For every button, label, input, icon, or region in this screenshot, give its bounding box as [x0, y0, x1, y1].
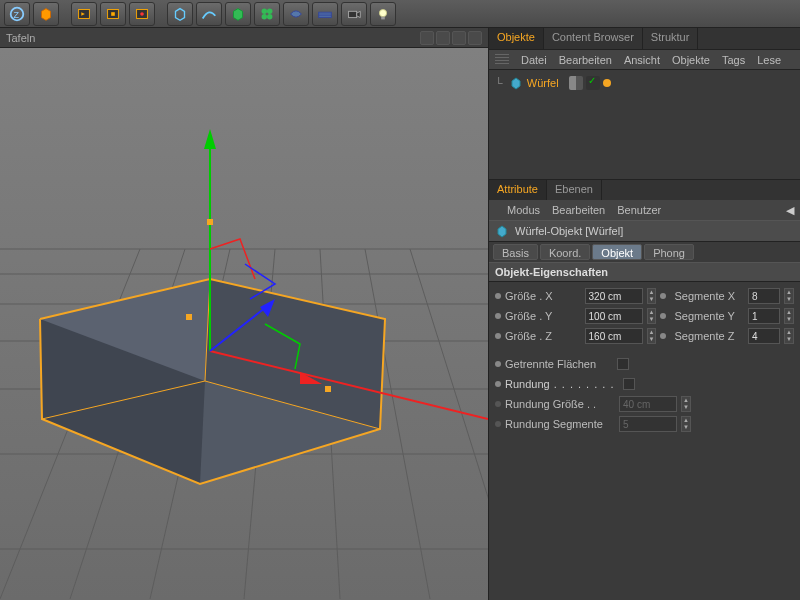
svg-point-20: [379, 9, 386, 16]
phong-tag[interactable]: [586, 76, 600, 90]
deformer-tool-button[interactable]: [283, 2, 309, 26]
timeline-play-button[interactable]: [129, 2, 155, 26]
menu-benutzer[interactable]: Benutzer: [617, 204, 661, 216]
svg-point-11: [262, 8, 267, 13]
menu-objekte[interactable]: Objekte: [672, 54, 710, 66]
rounding-checkbox[interactable]: [623, 378, 635, 390]
bullet-icon: [495, 293, 501, 299]
tab-attribute[interactable]: Attribute: [489, 180, 547, 200]
size-y-input[interactable]: [585, 308, 643, 324]
svg-rect-6: [111, 12, 115, 16]
spinner[interactable]: ▲▼: [647, 328, 657, 344]
dots: . . . . . . . .: [554, 378, 615, 390]
segments-z-input[interactable]: [748, 328, 780, 344]
object-row-wurfel[interactable]: └ Würfel: [495, 74, 794, 92]
spinner[interactable]: ▲▼: [784, 288, 794, 304]
bullet-icon: [660, 313, 666, 319]
prop-label: Segmente Z: [674, 330, 744, 342]
menu-ansicht[interactable]: Ansicht: [624, 54, 660, 66]
segments-y-input[interactable]: [748, 308, 780, 324]
viewport-nav-icon[interactable]: [436, 31, 450, 45]
spinner[interactable]: ▲▼: [784, 308, 794, 324]
svg-marker-44: [204, 129, 216, 149]
bullet-icon: [495, 381, 501, 387]
object-manager-tabs: Objekte Content Browser Struktur: [489, 28, 800, 50]
svg-marker-2: [42, 8, 51, 20]
prop-label: Getrennte Flächen: [505, 358, 613, 370]
nurbs-tool-button[interactable]: [225, 2, 251, 26]
svg-rect-21: [381, 16, 385, 19]
cube-primitive-button[interactable]: [33, 2, 59, 26]
menu-bearbeiten[interactable]: Bearbeiten: [552, 204, 605, 216]
object-title-bar: Würfel-Objekt [Würfel]: [489, 220, 800, 242]
back-arrow-icon[interactable]: ◀: [786, 204, 794, 217]
visibility-tag[interactable]: [569, 76, 583, 90]
subtab-phong[interactable]: Phong: [644, 244, 694, 260]
svg-rect-15: [319, 12, 332, 17]
spinner: ▲▼: [681, 416, 691, 432]
subtab-basis[interactable]: Basis: [493, 244, 538, 260]
viewport-3d[interactable]: [0, 48, 488, 600]
svg-text:Z: Z: [13, 9, 19, 19]
cube-icon: [509, 76, 523, 90]
floor-tool-button[interactable]: [312, 2, 338, 26]
spline-tool-button[interactable]: [196, 2, 222, 26]
prop-label: Segmente Y: [674, 310, 744, 322]
timeline-keyframe-button[interactable]: [100, 2, 126, 26]
properties-panel: Größe . X ▲▼ Segmente X ▲▼ Größe . Y ▲▼ …: [489, 282, 800, 438]
menu-modus[interactable]: Modus: [507, 204, 540, 216]
menu-datei[interactable]: Datei: [521, 54, 547, 66]
array-tool-button[interactable]: [254, 2, 280, 26]
spinner[interactable]: ▲▼: [647, 288, 657, 304]
prop-label: Rundung Segmente: [505, 418, 615, 430]
bullet-icon: [495, 401, 501, 407]
grip-icon[interactable]: [495, 54, 509, 66]
svg-marker-10: [234, 8, 243, 20]
svg-marker-19: [357, 11, 361, 17]
spinner[interactable]: ▲▼: [647, 308, 657, 324]
spinner[interactable]: ▲▼: [784, 328, 794, 344]
svg-point-8: [140, 12, 144, 16]
subtab-objekt[interactable]: Objekt: [592, 244, 642, 260]
viewport-nav-icon[interactable]: [420, 31, 434, 45]
svg-point-12: [267, 8, 272, 13]
prop-label: Größe . X: [505, 290, 581, 302]
timeline-start-button[interactable]: [71, 2, 97, 26]
prop-row-rounding-segments: Rundung Segmente ▲▼: [495, 414, 794, 434]
viewport-nav-icon[interactable]: [452, 31, 466, 45]
object-manager-menubar: Datei Bearbeiten Ansicht Objekte Tags Le…: [489, 50, 800, 70]
menu-bearbeiten[interactable]: Bearbeiten: [559, 54, 612, 66]
bullet-icon: [495, 333, 501, 339]
tab-objekte[interactable]: Objekte: [489, 28, 544, 49]
separate-faces-checkbox[interactable]: [617, 358, 629, 370]
viewport-nav-icon[interactable]: [468, 31, 482, 45]
camera-tool-button[interactable]: [341, 2, 367, 26]
bullet-icon: [660, 333, 666, 339]
prop-row-rounding-size: Rundung Größe . . ▲▼: [495, 394, 794, 414]
undo-button[interactable]: Z: [4, 2, 30, 26]
prop-label: Größe . Z: [505, 330, 581, 342]
light-tool-button[interactable]: [370, 2, 396, 26]
spinner: ▲▼: [681, 396, 691, 412]
object-tree[interactable]: └ Würfel: [489, 70, 800, 180]
prop-label: Segmente X: [674, 290, 744, 302]
subtab-koord[interactable]: Koord.: [540, 244, 590, 260]
size-z-input[interactable]: [585, 328, 643, 344]
cube-tool-button[interactable]: [167, 2, 193, 26]
svg-marker-52: [512, 78, 520, 89]
attribute-sub-tabs: Basis Koord. Objekt Phong: [489, 242, 800, 262]
tab-content-browser[interactable]: Content Browser: [544, 28, 643, 49]
prop-row-rounding: Rundung . . . . . . . .: [495, 374, 794, 394]
selection-indicator-icon: [603, 79, 611, 87]
top-toolbar: Z: [0, 0, 800, 28]
attribute-menubar: Modus Bearbeiten Benutzer ◀: [489, 200, 800, 220]
object-title: Würfel-Objekt [Würfel]: [515, 225, 623, 237]
size-x-input[interactable]: [585, 288, 643, 304]
menu-tags[interactable]: Tags: [722, 54, 745, 66]
tab-ebenen[interactable]: Ebenen: [547, 180, 602, 200]
svg-line-35: [410, 249, 488, 599]
tab-struktur[interactable]: Struktur: [643, 28, 699, 49]
segments-x-input[interactable]: [748, 288, 780, 304]
menu-lese[interactable]: Lese: [757, 54, 781, 66]
prop-row-separate-faces: Getrennte Flächen: [495, 354, 794, 374]
